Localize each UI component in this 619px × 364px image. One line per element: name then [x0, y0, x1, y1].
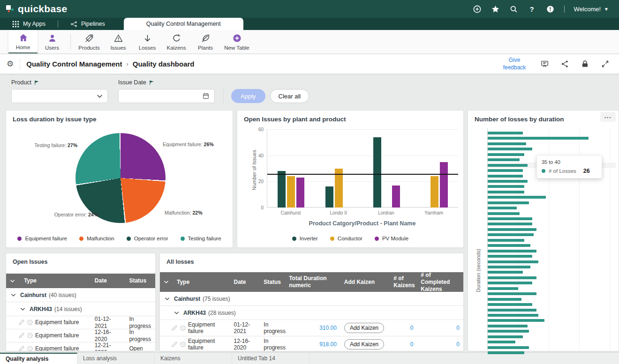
- duration-bar[interactable]: [488, 260, 538, 263]
- duration-bar[interactable]: [488, 244, 530, 247]
- duration-bar[interactable]: [488, 351, 524, 354]
- edit-pencil-icon[interactable]: [18, 319, 25, 326]
- duration-bar[interactable]: [488, 191, 524, 193]
- dashboard-tab-kaizens[interactable]: Kaizens: [155, 353, 232, 364]
- duration-bar[interactable]: [488, 201, 529, 204]
- history-clock-icon[interactable]: [27, 332, 33, 339]
- welcome-menu[interactable]: Welcome! ▼: [574, 6, 609, 13]
- column-header-add-kaizen[interactable]: Add Kaizen: [340, 277, 390, 288]
- pie-chart[interactable]: [75, 133, 166, 223]
- duration-bar[interactable]: [488, 223, 532, 225]
- toolbar-item-new-table[interactable]: New Table: [220, 30, 254, 53]
- legend-item-pv-module[interactable]: PV Module: [375, 236, 408, 241]
- duration-bar[interactable]: [488, 137, 589, 140]
- add-kaizen-button[interactable]: Add Kaizen: [344, 323, 384, 333]
- duration-bar[interactable]: [488, 175, 523, 178]
- bar-pv-module-yarnham[interactable]: [440, 162, 448, 208]
- table-row[interactable]: Equipment failure01-12-2021In progress31…: [160, 320, 463, 336]
- card-menu-icon[interactable]: ...: [600, 112, 616, 122]
- duration-bar[interactable]: [488, 142, 526, 145]
- duration-bar[interactable]: [488, 148, 532, 150]
- history-clock-icon[interactable]: [27, 319, 33, 326]
- history-clock-icon[interactable]: [180, 325, 186, 331]
- edit-pencil-icon[interactable]: [18, 332, 25, 339]
- bar-conductor-yarnham[interactable]: [430, 176, 438, 208]
- bar-inverter-londo-ii[interactable]: [325, 186, 333, 208]
- clear-all-button[interactable]: Clear all: [270, 89, 310, 103]
- lock-icon[interactable]: [581, 59, 589, 68]
- expand-icon[interactable]: [601, 59, 610, 68]
- duration-bar[interactable]: [488, 325, 528, 327]
- column-header-type[interactable]: Type: [20, 275, 91, 286]
- duration-bar[interactable]: [488, 153, 524, 156]
- completed-kaizens-link[interactable]: 0: [417, 325, 463, 331]
- legend-item-conductor[interactable]: Conductor: [330, 236, 362, 241]
- dashboard-tab-loss-analysis[interactable]: Loss analysis: [77, 353, 155, 364]
- table-row[interactable]: Equipment failure12-16-2020In progress: [6, 329, 155, 342]
- bar-conductor-cainhurst[interactable]: [287, 176, 295, 208]
- duration-bar[interactable]: [488, 185, 524, 188]
- column-header-total-duration-numeric[interactable]: Total Duration numeric: [285, 273, 340, 291]
- duration-bar[interactable]: [488, 255, 532, 258]
- column-header-date[interactable]: Date: [230, 277, 260, 288]
- duration-bar[interactable]: [488, 282, 532, 284]
- favorites-star-icon[interactable]: [491, 5, 500, 14]
- toolbar-item-plants[interactable]: Plants: [191, 30, 220, 53]
- bar-pv-module-cainhurst[interactable]: [296, 178, 304, 208]
- duration-bar[interactable]: [488, 217, 532, 220]
- bar-inverter-lordran[interactable]: [373, 137, 381, 208]
- collapse-chevron-icon[interactable]: [11, 293, 16, 297]
- calendar-icon[interactable]: [202, 92, 210, 100]
- total-duration-link[interactable]: 918.00: [285, 341, 340, 348]
- presentation-icon[interactable]: [540, 59, 549, 68]
- help-icon[interactable]: ?: [528, 5, 536, 14]
- gear-icon[interactable]: ⚙: [7, 59, 14, 69]
- sort-chevron-icon[interactable]: [160, 278, 173, 286]
- duration-bar[interactable]: [488, 346, 529, 349]
- edit-pencil-icon[interactable]: [171, 341, 178, 348]
- column-header-type[interactable]: Type: [173, 277, 230, 288]
- column-header-date[interactable]: Date: [91, 275, 126, 286]
- duration-bar[interactable]: [488, 271, 523, 274]
- toolbar-item-users[interactable]: Users: [38, 30, 67, 53]
- column-header--of-kaizens[interactable]: # of Kaizens: [390, 273, 417, 291]
- history-clock-icon[interactable]: [27, 345, 33, 351]
- duration-bar[interactable]: [488, 276, 536, 279]
- subgroup-row[interactable]: ARKH43(28 issues): [160, 306, 463, 320]
- legend-item-inverter[interactable]: Inverter: [292, 236, 318, 241]
- add-icon[interactable]: [473, 5, 482, 14]
- share-icon[interactable]: [560, 59, 569, 68]
- column-header-status[interactable]: Status: [125, 275, 155, 286]
- toolbar-item-losses[interactable]: Losses: [133, 30, 162, 53]
- completed-kaizens-link[interactable]: 0: [417, 341, 463, 348]
- kaizens-count-link[interactable]: 0: [390, 325, 417, 331]
- duration-bar[interactable]: [488, 292, 536, 295]
- bar-inverter-cainhurst[interactable]: [278, 171, 286, 208]
- bar-pv-module-lordran[interactable]: [392, 186, 400, 208]
- subgroup-row[interactable]: ARKH43(14 issues): [6, 302, 155, 316]
- table-row[interactable]: Equipment failure12-16-2020In progress91…: [160, 336, 463, 351]
- duration-bar[interactable]: [488, 335, 523, 338]
- table-row[interactable]: Equipment failure01-12-2021In progress: [6, 316, 155, 329]
- search-icon[interactable]: [509, 5, 518, 14]
- duration-bar[interactable]: [488, 341, 515, 343]
- nav-pipelines[interactable]: Pipelines: [58, 18, 117, 30]
- alerts-icon[interactable]: [546, 5, 555, 14]
- duration-bar[interactable]: [488, 180, 528, 183]
- product-select[interactable]: [11, 89, 108, 103]
- legend-item-operator-error[interactable]: Operator error: [127, 236, 168, 241]
- duration-bar[interactable]: [488, 132, 523, 134]
- table-row[interactable]: Equipment failure12-21-2020Open: [6, 342, 155, 351]
- duration-bar[interactable]: [488, 266, 530, 268]
- legend-item-equipment-failure[interactable]: Equipment failure: [17, 236, 67, 241]
- toolbar-item-kaizens[interactable]: Kaizens: [162, 30, 191, 53]
- duration-bar[interactable]: [488, 158, 520, 161]
- duration-bar[interactable]: [488, 239, 524, 242]
- toolbar-item-issues[interactable]: Issues: [104, 30, 133, 53]
- column-header-status[interactable]: Status: [260, 277, 285, 288]
- duration-bar[interactable]: [488, 233, 534, 236]
- total-duration-link[interactable]: 310.00: [285, 325, 340, 331]
- duration-bar[interactable]: [488, 169, 523, 172]
- history-clock-icon[interactable]: [180, 341, 186, 348]
- duration-bar[interactable]: [488, 330, 529, 333]
